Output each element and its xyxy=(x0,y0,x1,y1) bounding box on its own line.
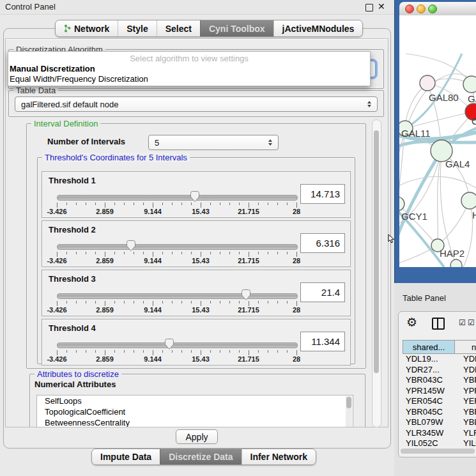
scale-label: -3.426 xyxy=(47,208,66,215)
threshold-value-field[interactable]: 6.316 xyxy=(300,233,345,253)
tab-jactivemnodules[interactable]: jActiveMNodules xyxy=(273,20,363,36)
tab-discretize-data[interactable]: Discretize Data xyxy=(160,449,241,464)
tick-mark xyxy=(143,301,144,303)
tab-style[interactable]: Style xyxy=(118,20,156,36)
tick-mark xyxy=(258,350,259,353)
network-canvas[interactable]: GAL80GACGAL11GAL4GCY1HHAP2 xyxy=(399,15,476,267)
tick-mark xyxy=(105,301,105,306)
tick-mark xyxy=(201,350,201,355)
numerical-attributes-list[interactable]: SelfLoopsTopologicalCoefficientBetweenne… xyxy=(36,395,353,427)
table-row[interactable]: YER054CYER0 xyxy=(403,396,476,407)
slider-thumb[interactable] xyxy=(164,338,174,350)
tick-mark xyxy=(296,301,297,306)
tick-mark xyxy=(114,350,115,353)
slider-scale-labels: -3.4262.8599.14415.4321.71528 xyxy=(57,306,296,314)
tick-mark xyxy=(86,203,86,205)
close-icon[interactable]: ✕ xyxy=(378,1,385,12)
num-intervals-spinner[interactable]: 5 xyxy=(148,135,279,150)
network-window-titlebar[interactable] xyxy=(399,2,476,16)
network-node[interactable] xyxy=(399,197,404,211)
mac-minimize-icon[interactable] xyxy=(417,4,426,13)
column-header-1[interactable]: shared... xyxy=(403,340,455,354)
main-scrollbar[interactable] xyxy=(372,119,381,427)
float-window-icon[interactable] xyxy=(365,4,373,12)
tick-mark xyxy=(153,301,153,306)
tick-mark xyxy=(57,203,58,208)
mac-zoom-icon[interactable] xyxy=(428,4,437,13)
slider-track[interactable] xyxy=(57,293,298,299)
spinner-arrows-icon[interactable] xyxy=(265,139,278,146)
tick-mark xyxy=(124,301,125,303)
cell-name: YIL0 xyxy=(455,438,476,449)
tick-mark xyxy=(210,203,211,205)
table-hscrollbar-thumb[interactable] xyxy=(401,449,475,454)
slider-thumb[interactable] xyxy=(241,289,251,301)
checkbox-icon[interactable]: ☑ xyxy=(459,318,466,327)
attribute-item[interactable]: SelfLoops xyxy=(37,395,353,406)
combo-arrows-icon[interactable] xyxy=(364,101,377,107)
tick-mark xyxy=(172,203,173,205)
tick-mark xyxy=(268,350,268,353)
threshold-value-field[interactable]: 14.713 xyxy=(300,184,345,204)
tick-mark xyxy=(287,252,288,254)
apply-button[interactable]: Apply xyxy=(176,429,218,444)
tick-mark xyxy=(95,350,96,353)
attributes-scrollbar[interactable] xyxy=(346,396,352,427)
slider-track[interactable] xyxy=(57,342,298,348)
threshold-label: Threshold 2 xyxy=(49,225,96,234)
gear-icon[interactable]: ⚙ xyxy=(406,315,417,330)
network-node[interactable] xyxy=(463,76,476,93)
network-node[interactable] xyxy=(450,259,462,267)
tick-mark xyxy=(210,301,211,303)
tab-impute-data[interactable]: Impute Data xyxy=(92,449,160,464)
slider-thumb[interactable] xyxy=(190,190,200,203)
algorithm-option-equal-width[interactable]: Equal Width/Frequency Discretization xyxy=(10,74,148,84)
tick-mark xyxy=(181,350,182,353)
tick-mark xyxy=(277,203,278,205)
tick-mark xyxy=(76,350,77,353)
algorithm-option-manual[interactable]: Manual Discretization xyxy=(10,64,95,73)
tab-network[interactable]: Network xyxy=(56,20,118,36)
network-node[interactable] xyxy=(461,192,476,209)
table-row[interactable]: YBR043CYBR0 xyxy=(403,375,476,386)
tab-select[interactable]: Select xyxy=(157,20,200,36)
checkbox-icon[interactable]: ☑ xyxy=(468,318,475,327)
slider-thumb[interactable] xyxy=(126,240,136,252)
mouse-cursor xyxy=(388,234,395,244)
table-row[interactable]: YBL079WYBL0 xyxy=(403,417,476,428)
table-row[interactable]: YPR145WYPR1 xyxy=(403,386,476,397)
attributes-scrollbar-thumb[interactable] xyxy=(346,397,351,408)
attribute-item[interactable]: TopologicalCoefficient xyxy=(37,406,353,417)
network-edge xyxy=(399,151,441,245)
tab-label: Infer Network xyxy=(250,452,307,462)
table-row[interactable]: YLR345WYLR3 xyxy=(403,428,476,439)
column-header-2[interactable]: na xyxy=(455,340,476,354)
slider-track[interactable] xyxy=(57,195,298,201)
tick-mark xyxy=(76,301,77,303)
threshold-value-field[interactable]: 11.344 xyxy=(300,332,345,351)
table-row[interactable]: YBR045CYBR0 xyxy=(403,407,476,418)
table-row[interactable]: YDR27...YDR2 xyxy=(403,365,476,376)
tick-mark xyxy=(258,203,259,205)
table-row[interactable]: YDL19...YDL1 xyxy=(403,354,476,365)
split-columns-icon[interactable] xyxy=(432,318,445,330)
slider-scale-labels: -3.4262.8599.14415.4321.71528 xyxy=(57,257,296,265)
network-node[interactable] xyxy=(420,75,435,91)
scale-label: 2.859 xyxy=(96,257,114,265)
node-label: H xyxy=(472,210,476,220)
tick-mark xyxy=(76,252,77,254)
tick-mark xyxy=(86,252,86,254)
attribute-item[interactable]: BetweennessCentrality xyxy=(37,417,353,427)
slider-track[interactable] xyxy=(57,244,298,250)
table-data-combobox[interactable]: galFiltered.sif default node xyxy=(15,96,378,112)
tab-cyni-toolbox[interactable]: Cyni Toolbox xyxy=(200,20,273,36)
tab-infer-network[interactable]: Infer Network xyxy=(242,449,316,464)
mac-close-icon[interactable] xyxy=(405,4,414,13)
main-scrollbar-thumb[interactable] xyxy=(374,130,379,373)
tick-mark xyxy=(220,252,220,254)
threshold-value-field[interactable]: 21.4 xyxy=(300,282,345,302)
table-row[interactable]: YIL052CYIL0 xyxy=(403,438,476,449)
numerical-attributes-label: Numerical Attributes xyxy=(35,380,116,389)
tick-mark xyxy=(76,203,77,205)
tick-mark xyxy=(66,301,67,303)
